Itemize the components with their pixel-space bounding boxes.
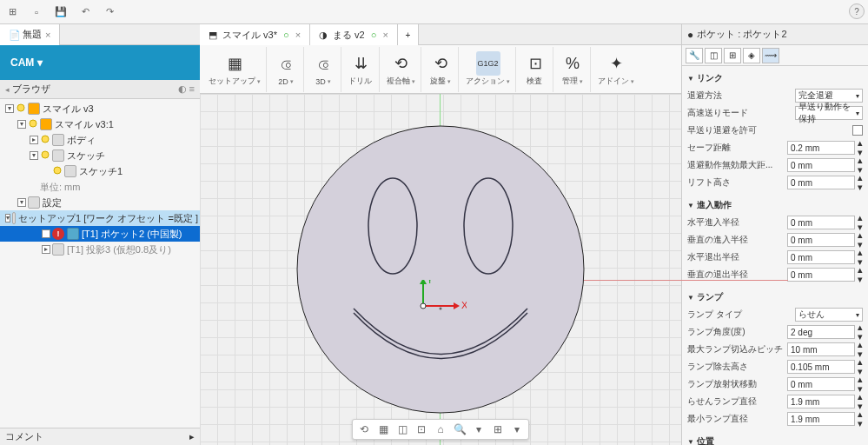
add-tab[interactable]: + xyxy=(398,24,419,45)
save-icon[interactable]: 💾 xyxy=(52,3,70,21)
document-tabs-center: ⬒スマイル v3*○×◑まる v2○×+ xyxy=(200,24,681,45)
panel-tab-4[interactable]: ◈ xyxy=(743,48,760,63)
section-header[interactable]: 進入動作 xyxy=(687,196,863,214)
svg-point-4 xyxy=(54,167,61,174)
tree-row[interactable]: ▾スマイル v3:1 xyxy=(0,116,200,132)
comment-bar[interactable]: コメント▸ xyxy=(0,428,200,445)
ribbon-検査[interactable]: ⊡検査 xyxy=(518,47,553,92)
property-row: 高速送りモード早送り動作を保持▾ xyxy=(687,104,863,122)
tree-twisty[interactable]: ▸ xyxy=(42,245,50,254)
number-input[interactable]: 10 mm xyxy=(787,342,855,356)
tree-twisty[interactable]: ▾ xyxy=(5,214,10,222)
panel-tab-3[interactable]: ⊞ xyxy=(724,48,741,63)
ribbon-2D[interactable]: ⟃2D▾ xyxy=(268,47,304,92)
view-control-btn[interactable]: 🔍 xyxy=(452,422,467,437)
view-control-btn[interactable]: ⌂ xyxy=(433,422,448,437)
property-row: ランプ タイプらせん▾ xyxy=(687,306,863,323)
ribbon-セットアップ[interactable]: ▦セットアップ▾ xyxy=(203,47,267,92)
dropdown[interactable]: らせん▾ xyxy=(795,308,863,322)
property-row: ランプ角度(度)2 deg▴▾ xyxy=(687,323,863,341)
doc-tab[interactable]: ◑まる v2○× xyxy=(310,24,398,45)
number-input[interactable]: 0 mm xyxy=(787,233,855,247)
number-input[interactable]: 0 mm xyxy=(787,176,855,189)
number-input[interactable]: 0 mm xyxy=(787,250,855,264)
bulb-icon[interactable] xyxy=(28,119,38,130)
ribbon-管理[interactable]: %管理▾ xyxy=(555,47,591,92)
tree-label: セットアップ1 [ワーク オフセット =既定 ] xyxy=(18,212,198,225)
number-input[interactable]: 0.2 mm xyxy=(787,141,855,155)
property-label: 早送り退避を許可 xyxy=(687,124,852,136)
tree-row[interactable]: ▾設定 xyxy=(0,195,200,210)
property-row: 水平退出半径0 mm▴▾ xyxy=(687,249,863,266)
tree-twisty[interactable]: ▾ xyxy=(5,104,14,113)
ribbon-複合軸[interactable]: ⟲複合軸▾ xyxy=(381,47,421,92)
tree-row[interactable]: ▸![T1] ポケット2 (中国製) xyxy=(0,226,200,242)
tree-row[interactable]: スケッチ1 xyxy=(0,163,200,179)
workspace-selector[interactable]: CAM ▾ xyxy=(0,45,200,80)
section-header[interactable]: 位置 xyxy=(687,433,863,445)
dropdown[interactable]: 早送り動作を保持▾ xyxy=(795,106,863,120)
property-row: 退避動作無効最大距...0 mm▴▾ xyxy=(687,156,863,174)
bulb-icon[interactable] xyxy=(40,135,50,145)
tree-item-icon xyxy=(52,134,64,146)
close-icon[interactable]: × xyxy=(45,30,50,40)
workspace-label: CAM ▾ xyxy=(10,56,43,69)
spinner[interactable]: ▴▾ xyxy=(858,409,863,428)
ribbon-3D[interactable]: ⟃3D▾ xyxy=(306,47,341,92)
tree-row[interactable]: ▾スケッチ xyxy=(0,148,200,163)
view-control-btn[interactable]: ▦ xyxy=(375,422,391,437)
tree-twisty[interactable]: ▾ xyxy=(17,120,26,129)
tree-twisty[interactable]: ▾ xyxy=(30,151,38,160)
doc-tab[interactable]: 📄無題× xyxy=(0,24,60,45)
close-icon[interactable]: × xyxy=(295,30,301,40)
panel-tab-1[interactable]: 🔧 xyxy=(686,48,703,63)
panel-tab-5[interactable]: ⟿ xyxy=(762,48,779,63)
number-input[interactable]: 2 deg xyxy=(787,325,855,339)
ribbon-旋盤[interactable]: ⟲旋盤▾ xyxy=(423,47,459,92)
bulb-icon[interactable] xyxy=(16,103,26,114)
tree-row[interactable]: ▸ボディ xyxy=(0,132,200,148)
close-icon[interactable]: × xyxy=(382,30,388,40)
tree-row[interactable]: ▾スマイル v3 xyxy=(0,101,200,116)
bulb-icon[interactable] xyxy=(52,166,63,176)
new-icon[interactable]: ▫ xyxy=(28,3,45,21)
help-button[interactable]: ? xyxy=(849,3,865,19)
number-input[interactable]: 1.9 mm xyxy=(787,395,855,408)
viewport-canvas[interactable]: X Y ⟲▦◫⊡⌂🔍▾⊞▾ xyxy=(200,94,681,445)
bulb-icon[interactable] xyxy=(40,150,50,161)
tree-twisty[interactable]: ▸ xyxy=(42,229,50,238)
doc-tab[interactable]: ⬒スマイル v3*○× xyxy=(200,24,310,45)
view-control-btn[interactable]: ▾ xyxy=(471,422,487,437)
redo-icon[interactable]: ↷ xyxy=(101,3,118,21)
view-control-btn[interactable]: ▾ xyxy=(509,422,525,437)
panel-section: 進入動作水平進入半径0 mm▴▾垂直の進入半径0 mm▴▾水平退出半径0 mm▴… xyxy=(687,196,863,283)
section-header[interactable]: ランプ xyxy=(687,289,863,306)
panel-section: 位置下穴ドリル位置↖無進入位置↖無 xyxy=(687,433,863,445)
number-input[interactable]: 0 mm xyxy=(787,268,855,282)
number-input[interactable]: 0 mm xyxy=(787,377,855,391)
panel-tab-2[interactable]: ◫ xyxy=(705,48,722,63)
tree-row[interactable]: ▾セットアップ1 [ワーク オフセット =既定 ] xyxy=(0,210,200,226)
view-control-btn[interactable]: ◫ xyxy=(394,422,410,437)
number-input[interactable]: 1.9 mm xyxy=(787,412,855,426)
tree-row[interactable]: 単位: mm xyxy=(0,179,200,195)
grid-icon[interactable]: ⊞ xyxy=(3,3,21,21)
tree-twisty[interactable]: ▾ xyxy=(17,198,26,207)
number-input[interactable]: 0.105 mm xyxy=(787,360,855,374)
view-control-btn[interactable]: ⊡ xyxy=(414,422,429,437)
undo-icon[interactable]: ↶ xyxy=(76,3,94,21)
number-input[interactable]: 0 mm xyxy=(787,158,855,172)
ribbon-アドイン[interactable]: ✦アドイン▾ xyxy=(593,47,639,92)
tree-row[interactable]: ▸[T1] 投影3 (仮想0.8及り) xyxy=(0,242,200,257)
number-input[interactable]: 0 mm xyxy=(787,216,855,229)
spinner[interactable]: ▴▾ xyxy=(858,265,863,284)
property-label: 高速送りモード xyxy=(687,107,795,119)
tree-twisty[interactable]: ▸ xyxy=(30,136,38,144)
ribbon-ドリル[interactable]: ⇊ドリル xyxy=(343,47,380,92)
checkbox[interactable] xyxy=(852,125,863,136)
ribbon-アクション[interactable]: G1G2アクション▾ xyxy=(461,47,516,92)
section-header[interactable]: リンク xyxy=(687,70,863,87)
view-control-btn[interactable]: ⊞ xyxy=(490,422,506,437)
view-control-btn[interactable]: ⟲ xyxy=(356,422,372,437)
spinner[interactable]: ▴▾ xyxy=(858,173,863,192)
